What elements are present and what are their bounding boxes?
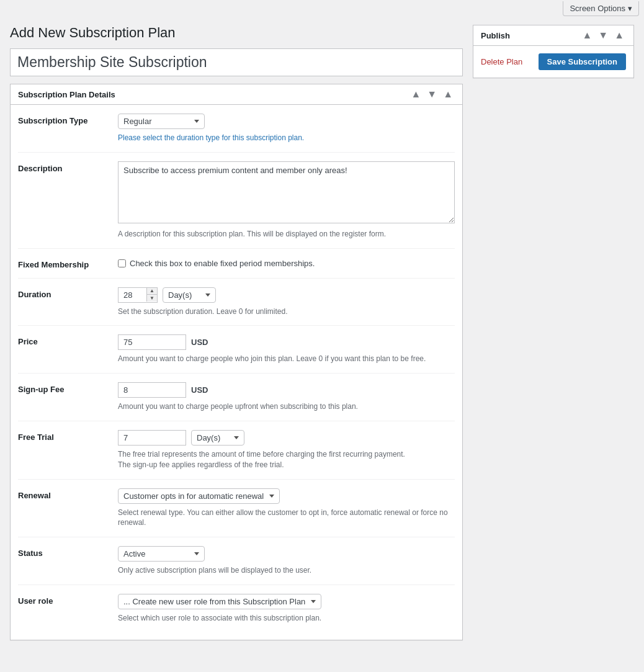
screen-options-button[interactable]: Screen Options ▾	[563, 1, 639, 16]
fixed-membership-checkbox-label[interactable]: Check this box to enable fixed period me…	[130, 259, 315, 268]
duration-number-input[interactable]	[119, 288, 146, 302]
signup-fee-label: Sign-up Fee	[18, 382, 108, 394]
metabox-controls: ▲ ▼ ▲	[409, 89, 455, 99]
description-row: Description Subscribe to access premium …	[18, 153, 455, 249]
metabox-body: Subscription Type Regular Lifetime Trial…	[11, 105, 462, 640]
free-trial-input-row: Day(s) Week(s) Month(s) Year(s)	[118, 430, 455, 446]
status-row: Status Active Inactive Only active subsc…	[18, 537, 455, 585]
metabox-header: Subscription Plan Details ▲ ▼ ▲	[11, 84, 462, 105]
metabox-up-button[interactable]: ▲	[409, 89, 423, 99]
free-trial-label: Free Trial	[18, 430, 108, 442]
status-field: Active Inactive Only active subscription…	[118, 546, 455, 576]
renewal-field: Customer opts in for automatic renewal F…	[118, 488, 455, 529]
renewal-help: Select renewal type. You can either allo…	[118, 508, 455, 529]
user-role-help: Select which user role to associate with…	[118, 613, 455, 624]
fixed-membership-field: Check this box to enable fixed period me…	[118, 258, 455, 268]
publish-body: Delete Plan Save Subscription	[473, 46, 633, 78]
signup-fee-input-row: USD	[118, 382, 455, 398]
price-currency: USD	[191, 338, 208, 347]
price-field: USD Amount you want to charge people who…	[118, 334, 455, 364]
subscription-details-metabox: Subscription Plan Details ▲ ▼ ▲ Subscrip…	[10, 84, 463, 640]
metabox-expand-button[interactable]: ▲	[441, 89, 455, 99]
description-help: A description for this subscription plan…	[118, 229, 455, 240]
free-trial-row: Free Trial Day(s) Week(s) Month(s) Year(…	[18, 421, 455, 480]
delete-plan-link[interactable]: Delete Plan	[481, 57, 522, 66]
save-subscription-button[interactable]: Save Subscription	[539, 53, 626, 70]
publish-down-button[interactable]: ▼	[596, 30, 610, 40]
duration-help: Set the subscription duration. Leave 0 f…	[118, 307, 455, 317]
publish-up-button[interactable]: ▲	[580, 30, 594, 40]
duration-row: Duration ▲ ▼ Day(s)	[18, 279, 455, 326]
metabox-title: Subscription Plan Details	[18, 90, 115, 99]
description-label: Description	[18, 161, 108, 173]
screen-options-label: Screen Options	[570, 4, 625, 13]
user-role-label: User role	[18, 594, 108, 606]
price-help: Amount you want to charge people who joi…	[118, 354, 455, 364]
price-label: Price	[18, 334, 108, 346]
description-field: Subscribe to access premium content and …	[118, 161, 455, 240]
fixed-membership-checkbox[interactable]	[118, 259, 126, 267]
status-help: Only active subscription plans will be d…	[118, 565, 455, 576]
duration-decrement-button[interactable]: ▼	[147, 295, 157, 302]
publish-header-controls: ▲ ▼ ▲	[580, 30, 626, 40]
duration-period-select[interactable]: Day(s) Week(s) Month(s) Year(s)	[163, 287, 216, 303]
free-trial-input[interactable]	[118, 430, 186, 446]
sidebar: Publish ▲ ▼ ▲ Delete Plan Save Subscript…	[473, 25, 634, 78]
status-label: Status	[18, 546, 108, 558]
subscription-type-help: Please select the duration type for this…	[118, 133, 455, 143]
duration-field: ▲ ▼ Day(s) Week(s) Month(s) Year(s)	[118, 287, 455, 317]
free-trial-help: The free trial represents the amount of …	[118, 449, 455, 470]
publish-title: Publish	[481, 31, 510, 40]
free-trial-period-select[interactable]: Day(s) Week(s) Month(s) Year(s)	[191, 430, 244, 446]
subscription-type-select[interactable]: Regular Lifetime Trial	[118, 114, 205, 129]
publish-header: Publish ▲ ▼ ▲	[473, 25, 633, 46]
signup-fee-currency: USD	[191, 385, 208, 395]
duration-increment-button[interactable]: ▲	[147, 288, 157, 295]
signup-fee-input[interactable]	[118, 382, 186, 398]
description-textarea[interactable]: Subscribe to access premium content and …	[118, 161, 455, 223]
duration-spinner: ▲ ▼	[146, 288, 157, 302]
subscription-type-field: Regular Lifetime Trial Please select the…	[118, 114, 455, 143]
renewal-label: Renewal	[18, 488, 108, 500]
user-role-row: User role ... Create new user role from …	[18, 585, 455, 632]
fixed-membership-checkbox-row: Check this box to enable fixed period me…	[118, 259, 455, 268]
signup-fee-field: USD Amount you want to charge people upf…	[118, 382, 455, 412]
duration-label: Duration	[18, 287, 108, 299]
publish-expand-button[interactable]: ▲	[612, 30, 626, 40]
renewal-row: Renewal Customer opts in for automatic r…	[18, 480, 455, 538]
duration-number-container: ▲ ▼	[118, 287, 158, 303]
price-input-row: USD	[118, 334, 455, 350]
subscription-title-input[interactable]	[10, 48, 463, 76]
fixed-membership-label: Fixed Membership	[18, 258, 108, 269]
price-row: Price USD Amount you want to charge peop…	[18, 326, 455, 374]
page-title: Add New Subscription Plan	[10, 25, 463, 41]
status-select[interactable]: Active Inactive	[118, 546, 205, 562]
price-input[interactable]	[118, 334, 186, 350]
fixed-membership-row: Fixed Membership Check this box to enabl…	[18, 249, 455, 279]
user-role-select[interactable]: ... Create new user role from this Subsc…	[118, 594, 321, 609]
renewal-select[interactable]: Customer opts in for automatic renewal F…	[118, 488, 280, 504]
metabox-down-button[interactable]: ▼	[425, 89, 439, 99]
screen-options-chevron: ▾	[628, 4, 632, 13]
signup-fee-row: Sign-up Fee USD Amount you want to charg…	[18, 374, 455, 421]
subscription-type-label: Subscription Type	[18, 114, 108, 125]
free-trial-field: Day(s) Week(s) Month(s) Year(s) The free…	[118, 430, 455, 470]
signup-fee-help: Amount you want to charge people upfront…	[118, 401, 455, 412]
subscription-type-row: Subscription Type Regular Lifetime Trial…	[18, 105, 455, 153]
duration-input-row: ▲ ▼ Day(s) Week(s) Month(s) Year(s)	[118, 287, 455, 303]
user-role-field: ... Create new user role from this Subsc…	[118, 594, 455, 624]
publish-box: Publish ▲ ▼ ▲ Delete Plan Save Subscript…	[473, 25, 634, 78]
